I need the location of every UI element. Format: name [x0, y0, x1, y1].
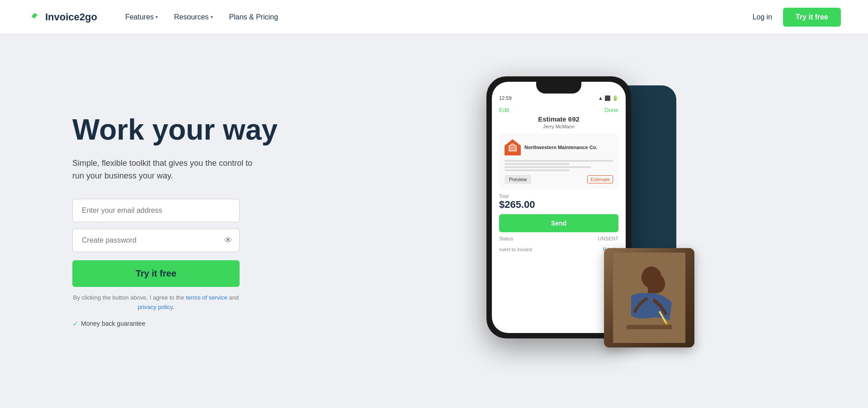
show-password-icon[interactable]: 👁 — [224, 236, 232, 245]
email-input[interactable] — [72, 199, 240, 222]
estimate-badge: Estimate — [587, 175, 613, 183]
hero-section: Work your way Simple, flexible toolkit t… — [0, 34, 868, 408]
hero-subtitle: Simple, flexible toolkit that gives you … — [72, 157, 253, 183]
nav-menu: Features ▾ Resources ▾ Plans & Pricing — [119, 9, 752, 25]
hero-title: Work your way — [72, 114, 450, 145]
navbar: Invoice2go Features ▾ Resources ▾ Plans … — [0, 0, 868, 34]
total-amount: $265.00 — [499, 199, 618, 211]
invoice-preview-row: Preview Estimate — [505, 175, 613, 184]
unsent-badge: UNSENT — [598, 236, 618, 241]
nav-plans-pricing[interactable]: Plans & Pricing — [223, 9, 285, 25]
hero-left: Work your way Simple, flexible toolkit t… — [0, 34, 477, 408]
privacy-policy-link[interactable]: privacy policy — [138, 304, 173, 310]
checkmark-icon: ✓ — [72, 319, 78, 328]
phone-container: 12:59 ▲ ⬛ 🔋 Edit Done Estimate 692 Jerry… — [486, 76, 685, 366]
worker-photo-inner — [604, 248, 694, 347]
nav-resources[interactable]: Resources ▾ — [168, 9, 219, 25]
navbar-actions: Log in Try it free — [752, 8, 841, 27]
invoice-card: Northwestern Maintenance Co. Preview Est — [499, 134, 618, 189]
invoice-done-label[interactable]: Done — [604, 107, 618, 113]
company-logo-area: Northwestern Maintenance Co. — [505, 139, 613, 155]
svg-rect-6 — [627, 325, 672, 329]
preview-button[interactable]: Preview — [505, 175, 531, 184]
resources-chevron-icon: ▾ — [211, 14, 213, 19]
worker-silhouette — [613, 253, 685, 343]
convert-row: nvert to invoice Pendin — [499, 243, 618, 254]
total-label: Total — [499, 194, 618, 199]
signal-icons: ▲ ⬛ 🔋 — [598, 95, 618, 101]
invoice-lines — [505, 160, 613, 171]
phone-status-bar: 12:59 ▲ ⬛ 🔋 — [492, 94, 626, 103]
try-free-submit-button[interactable]: Try it free — [72, 260, 240, 287]
invoice-client: Jerry McMann — [499, 124, 618, 129]
hero-right: 12:59 ▲ ⬛ 🔋 Edit Done Estimate 692 Jerry… — [477, 34, 868, 408]
invoice-edit-label[interactable]: Edit — [499, 107, 509, 113]
signup-form: 👁 Try it free — [72, 199, 240, 287]
login-button[interactable]: Log in — [752, 13, 772, 21]
terms-text: By clicking the button above, I agree to… — [72, 293, 240, 312]
features-chevron-icon: ▾ — [156, 14, 158, 19]
company-logo-shape — [505, 139, 521, 155]
invoice-line-1 — [505, 160, 613, 162]
nav-features[interactable]: Features ▾ — [119, 9, 164, 25]
logo-text: Invoice2go — [45, 11, 97, 23]
password-input[interactable] — [72, 229, 240, 252]
worker-photo — [604, 248, 694, 347]
try-free-button[interactable]: Try it free — [783, 8, 841, 27]
invoice-line-4 — [505, 169, 570, 171]
invoice-header: Edit Done — [499, 107, 618, 113]
terms-of-service-link[interactable]: terms of service — [186, 294, 227, 301]
invoice-line-3 — [505, 166, 591, 168]
logo-link[interactable]: Invoice2go — [27, 10, 97, 24]
invoice-total-row: Total $265.00 — [499, 194, 618, 211]
phone-notch — [536, 82, 581, 94]
password-wrapper: 👁 — [72, 229, 240, 252]
money-back-guarantee: ✓ Money back guarantee — [72, 319, 450, 328]
send-button[interactable]: Send — [499, 214, 618, 232]
invoice-line-2 — [505, 163, 570, 165]
company-name: Northwestern Maintenance Co. — [524, 145, 597, 150]
status-row: Status UNSENT — [499, 232, 618, 243]
logo-icon — [27, 10, 42, 24]
invoice-title: Estimate 692 — [499, 115, 618, 123]
